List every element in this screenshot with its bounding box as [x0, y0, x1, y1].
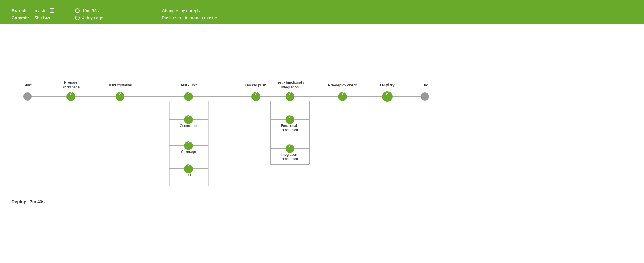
start-label: Start	[23, 83, 32, 87]
footer-label: Deploy - 7m 40s	[12, 199, 632, 204]
svg-text:✓: ✓	[288, 114, 292, 119]
changes-text: Changes by noreply	[162, 8, 632, 13]
clock-icon	[75, 8, 80, 13]
svg-text:Lint: Lint	[186, 173, 191, 177]
svg-text:✓: ✓	[187, 91, 190, 96]
header-bar: Branch: master ↗ 10m 55s Changes by nore…	[0, 4, 644, 24]
footer: Deploy - 7m 40s	[0, 193, 644, 210]
pipeline-area: Start ✓ Prepare workspace ✓ Build contai…	[0, 24, 644, 193]
svg-text:workspace: workspace	[62, 85, 80, 89]
svg-text:✓: ✓	[187, 140, 190, 145]
external-link-icon[interactable]: ↗	[50, 8, 54, 13]
time-icon	[75, 16, 80, 20]
svg-text:✓: ✓	[288, 91, 292, 96]
svg-text:✓: ✓	[254, 91, 258, 96]
commit-value: 5bcfb4a	[35, 15, 75, 20]
svg-text:Integration -: Integration -	[281, 153, 299, 157]
push-text: Push event to branch master	[162, 15, 632, 20]
svg-text:✓: ✓	[288, 143, 292, 148]
end-node	[421, 92, 429, 101]
svg-text:✓: ✓	[187, 163, 190, 168]
svg-text:Commit lint: Commit lint	[180, 124, 197, 128]
svg-text:Deploy: Deploy	[380, 82, 395, 87]
svg-text:✓: ✓	[118, 91, 122, 96]
start-node	[23, 92, 32, 101]
svg-text:integration: integration	[281, 85, 299, 89]
svg-text:Test - functional /: Test - functional /	[276, 80, 304, 84]
pipeline-diagram: Start ✓ Prepare workspace ✓ Build contai…	[6, 36, 439, 186]
svg-text:Pre-deploy check: Pre-deploy check	[328, 83, 357, 87]
svg-text:Coverage: Coverage	[181, 150, 196, 154]
svg-text:Prepare: Prepare	[64, 80, 77, 84]
time-ago: 4 days ago	[75, 15, 162, 20]
commit-label: Commit:	[12, 15, 35, 20]
duration: 10m 55s	[75, 8, 162, 13]
svg-text:Test - unit: Test - unit	[180, 83, 197, 87]
svg-text:production: production	[282, 128, 298, 132]
svg-text:production: production	[282, 157, 298, 161]
svg-text:Functional -: Functional -	[281, 124, 299, 128]
svg-text:✓: ✓	[386, 91, 389, 96]
branch-label: Branch:	[12, 8, 35, 13]
svg-text:✓: ✓	[187, 114, 190, 119]
svg-text:✓: ✓	[341, 91, 345, 96]
end-label: End	[421, 83, 428, 87]
svg-text:Build container: Build container	[108, 83, 133, 87]
svg-text:✓: ✓	[69, 91, 73, 96]
branch-value: master ↗	[35, 8, 75, 13]
svg-text:Docker push: Docker push	[245, 83, 267, 87]
